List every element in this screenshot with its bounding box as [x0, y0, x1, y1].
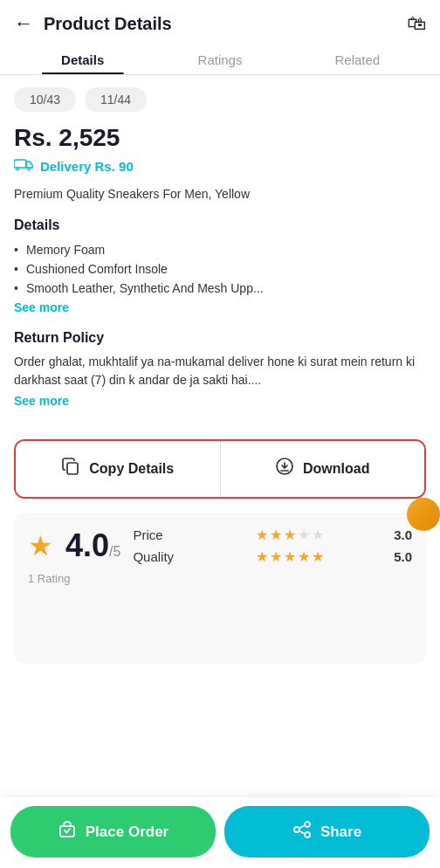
cart-icon[interactable]: 🛍 [407, 12, 426, 35]
page-title: Product Details [44, 14, 172, 34]
share-icon [292, 820, 312, 844]
order-icon [58, 820, 77, 844]
return-policy-section: Return Policy Order ghalat, mukhtalif ya… [14, 330, 426, 424]
star-5: ★ [312, 527, 324, 543]
details-heading: Details [14, 217, 426, 233]
badge-2: 11/44 [85, 87, 147, 112]
svg-point-2 [28, 168, 31, 170]
rating-number-group: 4.0/5 [65, 530, 120, 561]
return-policy-text: Order ghalat, mukhtalif ya na-mukamal de… [14, 353, 426, 389]
copy-icon [61, 457, 80, 481]
return-policy-heading: Return Policy [14, 330, 426, 346]
price-stars: ★ ★ ★ ★ ★ [256, 527, 324, 543]
svg-point-1 [17, 168, 19, 170]
badge-1: 10/43 [14, 87, 76, 112]
download-label: Download [303, 461, 369, 477]
star-5: ★ [312, 548, 324, 565]
price-rating-value: 3.0 [386, 527, 412, 542]
list-item: Smooth Leather, Synthetic And Mesh Upp..… [14, 279, 426, 298]
svg-rect-3 [67, 463, 78, 474]
rating-sub: /5 [109, 544, 120, 559]
tab-details[interactable]: Details [14, 44, 151, 74]
star-2: ★ [270, 548, 282, 565]
star-3: ★ [284, 548, 296, 565]
price-rating-label: Price [133, 527, 194, 542]
place-order-button[interactable]: Place Order [10, 806, 216, 858]
star-1: ★ [256, 548, 268, 565]
rating-number: 4.0 [65, 527, 109, 563]
star-3: ★ [284, 527, 296, 543]
floating-avatar [407, 498, 440, 531]
product-price: Rs. 2,525 [14, 124, 426, 152]
rating-star-icon: ★ [28, 529, 53, 562]
page-badges: 10/43 11/44 [14, 87, 426, 112]
share-button[interactable]: Share [224, 806, 430, 858]
back-button[interactable]: ← [14, 14, 33, 33]
quality-rating-value: 5.0 [386, 549, 412, 564]
details-list: Memory Foam Cushioned Comfort Insole Smo… [14, 240, 426, 298]
rating-section: ★ 4.0/5 Price ★ ★ ★ ★ ★ 3.0 Qual [14, 513, 426, 664]
rating-row-quality: Quality ★ ★ ★ ★ ★ 5.0 [133, 548, 412, 565]
list-item: Memory Foam [14, 240, 426, 259]
star-1: ★ [256, 527, 268, 543]
copy-details-label: Copy Details [89, 461, 174, 477]
star-2: ★ [270, 527, 282, 543]
rating-detail: Price ★ ★ ★ ★ ★ 3.0 Quality ★ ★ ★ [133, 527, 412, 565]
header-left: ← Product Details [14, 14, 172, 34]
header: ← Product Details 🛍 [0, 0, 440, 44]
star-4: ★ [298, 527, 310, 543]
star-4: ★ [298, 548, 310, 565]
details-section: Details Memory Foam Cushioned Comfort In… [14, 217, 426, 330]
tabs-container: Details Ratings Related [0, 44, 440, 75]
quality-rating-label: Quality [133, 549, 194, 564]
copy-details-button[interactable]: Copy Details [16, 441, 221, 497]
product-name: Premium Quality Sneakers For Men, Yellow [14, 186, 426, 203]
rating-row-price: Price ★ ★ ★ ★ ★ 3.0 [133, 527, 412, 543]
content-area: 10/43 11/44 Rs. 2,525 Delivery Rs. 90 Pr… [0, 75, 440, 664]
quality-stars: ★ ★ ★ ★ ★ [256, 548, 324, 565]
return-policy-see-more[interactable]: See more [14, 394, 69, 408]
ratings-note: 1 Rating [28, 572, 412, 585]
list-item: Cushioned Comfort Insole [14, 259, 426, 279]
svg-rect-0 [14, 160, 26, 168]
share-label: Share [320, 823, 361, 841]
delivery-text: Delivery Rs. 90 [40, 159, 134, 174]
delivery-info: Delivery Rs. 90 [14, 157, 426, 176]
rating-main: ★ 4.0/5 Price ★ ★ ★ ★ ★ 3.0 Qual [28, 527, 412, 565]
place-order-label: Place Order [86, 823, 168, 841]
download-button[interactable]: Download [221, 441, 425, 497]
download-icon [275, 457, 294, 481]
tab-related[interactable]: Related [289, 44, 426, 74]
delivery-truck-icon [14, 157, 33, 176]
tab-ratings[interactable]: Ratings [151, 44, 288, 74]
action-buttons-box: Copy Details Download [14, 439, 426, 499]
details-see-more[interactable]: See more [14, 300, 69, 314]
bottom-bar: Place Order Share [0, 797, 440, 868]
